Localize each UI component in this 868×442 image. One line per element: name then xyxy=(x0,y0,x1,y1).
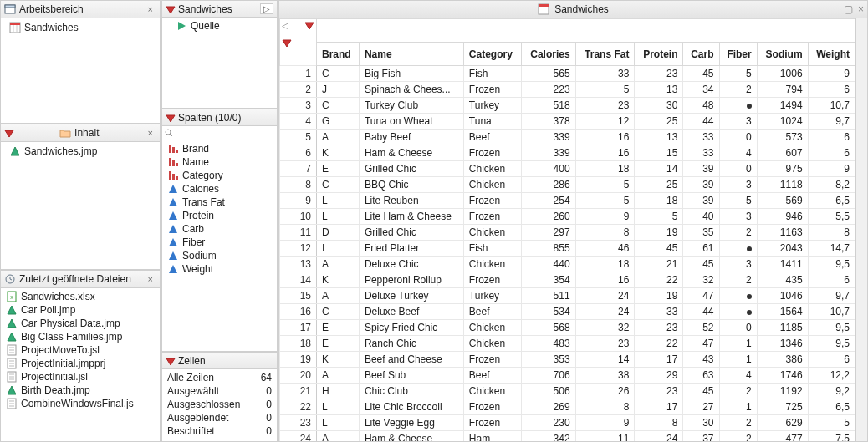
recent-file-item[interactable]: Car Poll.jmp xyxy=(3,303,158,317)
cell[interactable]: 5 xyxy=(808,415,855,431)
row-number[interactable]: 1 xyxy=(280,66,317,82)
cell[interactable]: 17 xyxy=(635,352,683,368)
zeilen-header[interactable]: Zeilen xyxy=(162,353,277,369)
cell[interactable]: 9,7 xyxy=(808,288,855,304)
cell[interactable]: L xyxy=(317,209,360,225)
row-number[interactable]: 14 xyxy=(280,272,317,288)
cell[interactable]: 6,5 xyxy=(808,193,855,209)
cell[interactable]: 10,7 xyxy=(808,304,855,320)
cell[interactable]: L xyxy=(317,415,360,431)
cell[interactable]: 8 xyxy=(575,399,635,415)
cell[interactable]: 1 xyxy=(719,352,757,368)
cell[interactable]: Frozen xyxy=(463,415,521,431)
column-header[interactable]: Brand xyxy=(317,43,360,66)
cell[interactable]: 9,5 xyxy=(808,257,855,272)
table-row[interactable]: 6KHam & CheeseFrozen33916153346076 xyxy=(280,145,855,161)
column-header[interactable]: Protein xyxy=(635,43,683,66)
cell[interactable]: 19 xyxy=(635,288,683,304)
cell[interactable]: 25 xyxy=(635,114,683,130)
row-number[interactable]: 3 xyxy=(280,98,317,114)
cell[interactable]: 353 xyxy=(522,352,575,368)
cell[interactable]: 33 xyxy=(683,130,719,145)
vertical-scrollbar[interactable] xyxy=(856,18,868,442)
column-header[interactable]: Trans Fat xyxy=(575,43,635,66)
cell[interactable]: Frozen xyxy=(463,352,521,368)
cell[interactable]: 18 xyxy=(575,257,635,272)
cell[interactable]: 286 xyxy=(522,177,575,193)
disclosure-icon[interactable] xyxy=(166,357,176,365)
source-header[interactable]: Sandwiches ▷ xyxy=(162,1,277,18)
cell[interactable]: Fish xyxy=(463,66,521,82)
cell[interactable]: 23 xyxy=(635,384,683,399)
cell[interactable]: 1185 xyxy=(757,320,808,336)
disclosure-icon[interactable] xyxy=(166,114,176,122)
column-header[interactable]: Sodium xyxy=(757,43,808,66)
maximize-icon[interactable]: ▢ xyxy=(844,3,853,15)
cell[interactable]: 2 xyxy=(719,431,757,443)
rows-menu-icon[interactable] xyxy=(282,38,292,47)
close-icon[interactable]: × xyxy=(145,4,156,14)
close-icon[interactable]: × xyxy=(858,3,864,15)
cell[interactable]: 339 xyxy=(522,145,575,161)
recent-file-item[interactable]: Car Physical Data.jmp xyxy=(3,317,158,330)
cell[interactable]: 440 xyxy=(522,257,575,272)
cell[interactable]: 12 xyxy=(575,114,635,130)
recent-file-item[interactable]: Big Class Families.jmp xyxy=(3,330,158,343)
cell[interactable]: A xyxy=(317,431,360,443)
cell[interactable] xyxy=(719,288,757,304)
column-header[interactable]: Name xyxy=(359,43,463,66)
cell[interactable]: 22 xyxy=(635,336,683,352)
cell[interactable]: L xyxy=(317,399,360,415)
cell[interactable] xyxy=(719,241,757,257)
cell[interactable]: Chicken xyxy=(463,257,521,272)
row-number[interactable]: 24 xyxy=(280,431,317,443)
cell[interactable]: 2 xyxy=(719,272,757,288)
cell[interactable]: 1118 xyxy=(757,177,808,193)
cell[interactable]: 2 xyxy=(719,384,757,399)
cell[interactable]: Chicken xyxy=(463,320,521,336)
cell[interactable]: 5 xyxy=(635,209,683,225)
cell[interactable]: 38 xyxy=(575,368,635,384)
recent-file-item[interactable]: xSandwiches.xlsx xyxy=(3,290,158,303)
cell[interactable]: 6 xyxy=(808,352,855,368)
cell[interactable]: 1411 xyxy=(757,257,808,272)
cell[interactable]: A xyxy=(317,257,360,272)
cell[interactable]: 3 xyxy=(719,209,757,225)
cell[interactable]: Frozen xyxy=(463,272,521,288)
table-row[interactable]: 18ERanch ChicChicken483232247113469,5 xyxy=(280,336,855,352)
cell[interactable]: 0 xyxy=(719,130,757,145)
cell[interactable]: 16 xyxy=(575,272,635,288)
row-number[interactable]: 8 xyxy=(280,177,317,193)
recent-file-item[interactable]: ProjectMoveTo.jsl xyxy=(3,343,158,357)
recent-file-item[interactable]: ProjectInitial.jsl xyxy=(3,370,158,384)
column-header[interactable]: Carb xyxy=(683,43,719,66)
cell[interactable]: 7,5 xyxy=(808,431,855,443)
cell[interactable]: 30 xyxy=(683,415,719,431)
cell[interactable]: Turkey xyxy=(463,288,521,304)
cell[interactable]: 12,2 xyxy=(808,368,855,384)
cell[interactable]: 33 xyxy=(683,145,719,161)
workspace-item[interactable]: Sandwiches xyxy=(3,20,158,35)
source-item[interactable]: Quelle xyxy=(162,19,277,33)
cell[interactable]: 18 xyxy=(635,193,683,209)
cell[interactable]: 23 xyxy=(575,336,635,352)
cell[interactable]: Frozen xyxy=(463,399,521,415)
cell[interactable]: 9 xyxy=(575,209,635,225)
cell[interactable]: 5 xyxy=(719,193,757,209)
cell[interactable]: 506 xyxy=(522,384,575,399)
cell[interactable]: Deluxe Turkey xyxy=(359,288,463,304)
row-number[interactable]: 7 xyxy=(280,161,317,177)
cell[interactable]: C xyxy=(317,177,360,193)
table-row[interactable]: 1CBig FishFish565332345510069 xyxy=(280,66,855,82)
cell[interactable]: E xyxy=(317,161,360,177)
cell[interactable]: 518 xyxy=(522,98,575,114)
cell[interactable]: 14 xyxy=(635,161,683,177)
cell[interactable]: Fried Platter xyxy=(359,241,463,257)
table-row[interactable]: 11DGrilled ChicChicken29781935211638 xyxy=(280,225,855,241)
table-row[interactable]: 4GTuna on WheatTuna378122544310249,7 xyxy=(280,114,855,130)
close-icon[interactable]: × xyxy=(145,128,156,138)
cell[interactable]: Grilled Chic xyxy=(359,225,463,241)
cell[interactable]: 15 xyxy=(635,145,683,161)
cell[interactable]: 21 xyxy=(635,257,683,272)
cell[interactable]: 34 xyxy=(683,82,719,98)
